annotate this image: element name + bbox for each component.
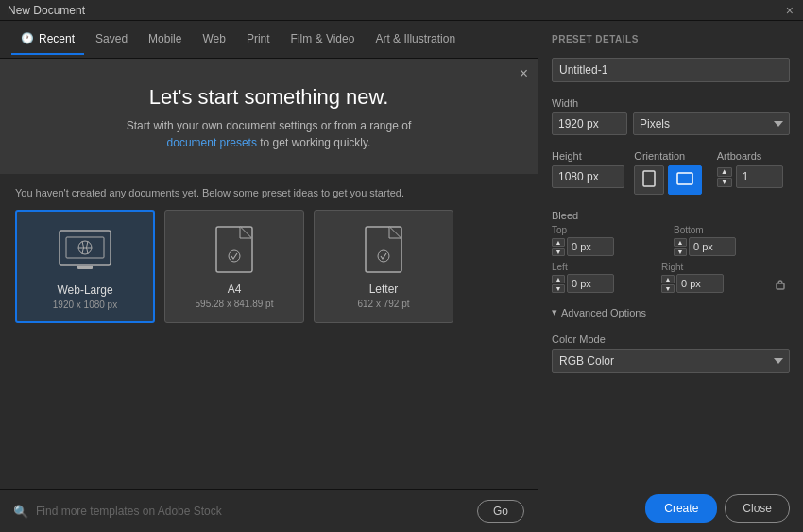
bleed-right-up[interactable]: ▲ (661, 275, 675, 283)
svg-rect-10 (677, 173, 692, 184)
bleed-left-field: Left ▲ ▼ (552, 262, 656, 293)
dialog-title: New Document (8, 4, 85, 17)
orientation-label: Orientation (634, 150, 707, 162)
bleed-top-down[interactable]: ▼ (552, 248, 565, 256)
svg-rect-11 (777, 283, 784, 289)
unit-select[interactable]: Pixels Inches Centimeters Millimeters Po… (633, 112, 790, 135)
artboard-row: ▲ ▼ (717, 165, 790, 188)
svg-rect-9 (643, 171, 655, 186)
go-button[interactable]: Go (477, 500, 524, 523)
tab-recent[interactable]: 🕐 Recent (11, 25, 84, 55)
hero-title: Let's start something new. (19, 85, 519, 110)
landscape-button[interactable] (668, 165, 702, 195)
preset-icon-web-large (57, 227, 113, 274)
link-icon[interactable] (771, 274, 790, 293)
title-bar: New Document × (0, 0, 803, 21)
bleed-top-label: Top (552, 225, 668, 235)
width-input[interactable] (552, 112, 627, 135)
bleed-right-label: Right (661, 262, 765, 272)
preset-card-web-large[interactable]: Web-Large 1920 x 1080 px (15, 210, 155, 323)
svg-rect-4 (77, 266, 93, 269)
right-panel: PRESET DETAILS Width Pixels Inches Centi… (538, 21, 803, 532)
hero-subtitle: Start with your own document settings or… (19, 117, 519, 151)
preset-name-a4: A4 (177, 283, 292, 296)
chevron-down-icon: ▾ (552, 306, 557, 318)
tab-print[interactable]: Print (237, 25, 280, 55)
bleed-left-right-row: Left ▲ ▼ Right ▲ ▼ (552, 262, 790, 293)
orientation-section: Orientation (634, 145, 707, 195)
orientation-group (634, 165, 707, 195)
dialog-body: 🕐 Recent Saved Mobile Web Print Film & V… (0, 21, 803, 532)
advanced-options-toggle[interactable]: ▾ Advanced Options (552, 306, 790, 318)
bleed-left-up[interactable]: ▲ (552, 275, 565, 283)
preset-name-letter: Letter (326, 283, 441, 296)
bottom-buttons: Create Close (552, 487, 790, 523)
search-icon: 🔍 (13, 505, 28, 519)
artboard-stepper: ▲ ▼ (717, 167, 732, 187)
hero-close-button[interactable]: × (520, 66, 528, 81)
color-mode-label: Color Mode (552, 334, 790, 345)
artboards-label: Artboards (717, 150, 790, 162)
bleed-bottom-field: Bottom ▲ ▼ (674, 225, 790, 256)
preset-dims-web-large: 1920 x 1080 px (28, 300, 142, 310)
bleed-left-down[interactable]: ▼ (552, 284, 565, 293)
bleed-left-input[interactable] (567, 274, 614, 293)
close-button[interactable]: Close (725, 494, 790, 523)
bleed-top-up[interactable]: ▲ (552, 238, 565, 247)
tab-mobile[interactable]: Mobile (139, 25, 191, 55)
color-mode-section: Color Mode RGB Color CMYK Color Grayscal… (552, 328, 790, 373)
tabs-bar: 🕐 Recent Saved Mobile Web Print Film & V… (0, 21, 538, 59)
recent-icon: 🕐 (21, 32, 34, 44)
height-label: Height (552, 150, 624, 162)
svg-point-6 (229, 250, 240, 262)
width-label: Width (552, 97, 790, 109)
bleed-top-input[interactable] (567, 237, 614, 256)
bleed-bottom-up[interactable]: ▲ (674, 238, 687, 247)
height-input[interactable] (552, 165, 624, 188)
tab-web[interactable]: Web (193, 25, 234, 55)
preset-dims-letter: 612 x 792 pt (326, 299, 441, 309)
left-panel: 🕐 Recent Saved Mobile Web Print Film & V… (0, 21, 538, 532)
bleed-right-down[interactable]: ▼ (661, 284, 675, 293)
preset-card-letter[interactable]: Letter 612 x 792 pt (314, 210, 453, 323)
bleed-top-bottom-row: Top ▲ ▼ Bottom ▲ ▼ (552, 225, 790, 256)
search-bar: 🔍 Go (0, 489, 538, 532)
artboard-down-button[interactable]: ▼ (717, 178, 732, 187)
content-area: You haven't created any documents yet. B… (0, 174, 538, 489)
search-input[interactable] (36, 505, 470, 518)
width-row: Pixels Inches Centimeters Millimeters Po… (552, 112, 790, 135)
preset-grid: Web-Large 1920 x 1080 px A4 (15, 210, 522, 323)
artboard-up-button[interactable]: ▲ (717, 167, 732, 177)
bleed-section: Bleed Top ▲ ▼ Bottom (552, 204, 790, 293)
hero-link[interactable]: document presets (167, 136, 257, 149)
bleed-label: Bleed (552, 210, 790, 221)
bleed-right-input[interactable] (676, 274, 724, 293)
bleed-bottom-down[interactable]: ▼ (674, 248, 687, 256)
bleed-bottom-label: Bottom (674, 225, 790, 235)
content-hint: You haven't created any documents yet. B… (15, 187, 522, 198)
bleed-left-label: Left (552, 262, 656, 272)
preset-card-a4[interactable]: A4 595.28 x 841.89 pt (164, 210, 304, 323)
bleed-right-field: Right ▲ ▼ (661, 262, 765, 293)
svg-point-8 (378, 250, 389, 262)
preset-details-label: PRESET DETAILS (552, 34, 790, 44)
width-section: Width Pixels Inches Centimeters Millimet… (552, 92, 790, 135)
color-mode-select[interactable]: RGB Color CMYK Color Grayscale (552, 349, 790, 373)
preset-name-web-large: Web-Large (28, 283, 142, 297)
tab-saved[interactable]: Saved (86, 25, 137, 55)
create-button[interactable]: Create (645, 494, 717, 523)
tab-art-illustration[interactable]: Art & Illustration (366, 25, 465, 55)
document-name-input[interactable] (552, 58, 790, 82)
preset-dims-a4: 595.28 x 841.89 pt (177, 299, 292, 309)
height-orientation-row: Height Orientation Artboards (552, 145, 790, 195)
artboards-section: Artboards ▲ ▼ (717, 145, 790, 195)
height-section: Height (552, 145, 624, 195)
preset-icon-letter (355, 226, 412, 273)
portrait-button[interactable] (634, 165, 664, 195)
bleed-bottom-input[interactable] (689, 237, 736, 256)
bleed-top-field: Top ▲ ▼ (552, 225, 668, 256)
title-close-button[interactable]: × (784, 4, 795, 17)
tab-film-video[interactable]: Film & Video (282, 25, 365, 55)
artboard-input[interactable] (736, 165, 783, 188)
preset-icon-a4 (206, 226, 263, 273)
